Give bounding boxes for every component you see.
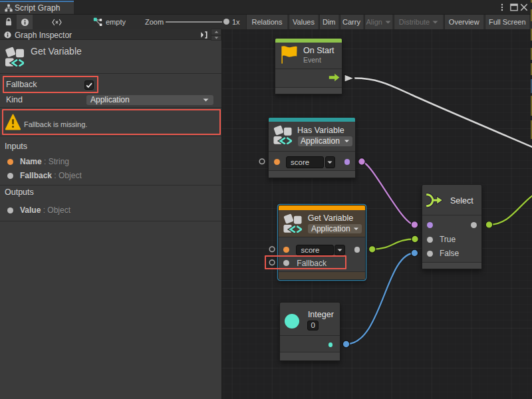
port-name: Fallback : Object: [20, 171, 82, 180]
node-select[interactable]: Select True False: [422, 184, 482, 269]
toolbar-button-align[interactable]: Align: [364, 15, 393, 29]
false-port-label: False: [440, 249, 459, 258]
name-input-port[interactable]: [274, 159, 280, 165]
toolbar-button-dim[interactable]: Dim: [319, 15, 338, 29]
chevron-down-icon: [203, 98, 209, 102]
node-footer: [269, 170, 355, 178]
variable-name-dropdown[interactable]: [334, 245, 345, 255]
fallback-checkbox[interactable]: [84, 80, 94, 90]
window-tab-bar: Script Graph: [0, 0, 532, 14]
selection-icon: [93, 17, 103, 27]
connection-dot[interactable]: [342, 340, 350, 348]
variables-icon: [273, 125, 292, 144]
close-icon[interactable]: [519, 2, 529, 13]
zoom-slider[interactable]: [166, 21, 222, 23]
toolbar-button-values[interactable]: Values: [289, 15, 318, 29]
variable-name-value: score: [291, 158, 309, 166]
flow-connection-arrow[interactable]: [344, 74, 354, 82]
connection-dot[interactable]: [412, 235, 419, 243]
flow-out-arrow-icon[interactable]: [329, 73, 340, 82]
variable-name-field[interactable]: score: [296, 245, 333, 255]
variable-name-field[interactable]: score: [286, 156, 324, 168]
true-input-port[interactable]: [427, 237, 433, 243]
zoom-label: Zoom: [145, 15, 164, 29]
variable-name-value: score: [301, 246, 319, 254]
section-divider: [0, 221, 221, 221]
node-colorbar: [275, 39, 342, 43]
value-output-port[interactable]: [354, 247, 360, 253]
node-colorbar: [269, 118, 355, 122]
lock-icon[interactable]: [5, 17, 13, 27]
inspector-header: Graph Inspector: [0, 29, 221, 40]
inspector-title: Graph Inspector: [15, 31, 72, 40]
node-on-start[interactable]: On Start Event: [275, 38, 342, 94]
script-graph-window: Script Graph: [0, 0, 532, 399]
node-colorbar: [279, 205, 365, 210]
node-title: Integer: [308, 310, 334, 319]
kebab-menu-icon[interactable]: [497, 2, 507, 13]
scroll-down-button[interactable]: [211, 35, 221, 41]
unconnected-port-ring[interactable]: [259, 159, 265, 164]
window-controls: [0, 0, 532, 15]
integer-value: 0: [311, 321, 315, 329]
connection-dot[interactable]: [411, 249, 418, 257]
variable-kind-value: Application: [311, 224, 350, 233]
zoom-slider-knob[interactable]: [223, 19, 229, 25]
unconnected-port-ring[interactable]: [269, 247, 275, 252]
true-port-label: True: [440, 235, 456, 244]
zoom-value: 1x: [232, 15, 240, 29]
inspector-toggle-button[interactable]: [17, 15, 33, 29]
wire-flow: [354, 78, 532, 151]
node-divider: [422, 215, 481, 215]
variable-kind-dropdown[interactable]: Application: [298, 136, 352, 146]
kind-dropdown[interactable]: Application: [86, 95, 213, 105]
chevron-down-icon: [344, 140, 350, 143]
toolbar-button-carry[interactable]: Carry: [340, 15, 363, 29]
scroll-up-button[interactable]: [211, 29, 221, 35]
wires-layer: [222, 29, 532, 399]
integer-output-port[interactable]: [329, 342, 332, 346]
connection-dot[interactable]: [358, 158, 366, 166]
arrow-up-icon: [214, 31, 219, 33]
section-divider: [0, 185, 221, 186]
chevron-down-icon: [385, 21, 391, 24]
false-input-port[interactable]: [427, 251, 433, 257]
condition-input-port[interactable]: [427, 222, 433, 228]
dock-inspector-icon[interactable]: [201, 31, 207, 39]
wire-condition: [362, 162, 414, 225]
connection-dot[interactable]: [368, 246, 376, 253]
graph-toolbar: empty Zoom 1x RelationsValuesDimCarryAli…: [0, 14, 532, 29]
variable-name-dropdown[interactable]: [325, 156, 336, 168]
node-divider: [280, 335, 340, 336]
info-icon: [4, 31, 11, 39]
graph-canvas[interactable]: On Start Event Has Variable Applicatio: [222, 29, 532, 399]
node-integer[interactable]: Integer 0: [279, 302, 340, 361]
node-has-variable[interactable]: Has Variable Application score: [268, 117, 356, 178]
graph-inspector-panel: Graph Inspector Get: [0, 29, 222, 399]
node-footer: [422, 262, 481, 269]
node-title: On Start: [303, 46, 334, 55]
integer-value-field[interactable]: 0: [307, 321, 319, 331]
port-dot: [7, 173, 13, 179]
section-divider: [0, 136, 221, 136]
variable-kind-dropdown[interactable]: Application: [308, 224, 362, 233]
toolbar-button-relations[interactable]: Relations: [246, 15, 287, 29]
fallback-port-highlight-box: [265, 255, 346, 269]
name-input-port[interactable]: [283, 247, 289, 253]
code-view-icon[interactable]: [52, 19, 62, 26]
checkmark-icon: [85, 81, 93, 89]
section-divider: [0, 107, 221, 108]
selection-output-port[interactable]: [471, 222, 477, 228]
connection-dot[interactable]: [411, 221, 418, 229]
output-port-row: Value : Object: [0, 205, 221, 216]
node-title: Select: [450, 196, 473, 205]
result-output-port[interactable]: [344, 159, 350, 165]
flag-icon: [281, 45, 298, 64]
maximize-icon[interactable]: [509, 2, 519, 13]
toolbar-button-distribute[interactable]: Distribute: [394, 15, 443, 29]
variables-icon: [283, 213, 302, 233]
toolbar-button-overview[interactable]: Overview: [444, 15, 484, 29]
wire-select-out: [489, 191, 532, 225]
connection-dot[interactable]: [485, 221, 493, 229]
toolbar-button-full-screen[interactable]: Full Screen: [485, 15, 530, 29]
